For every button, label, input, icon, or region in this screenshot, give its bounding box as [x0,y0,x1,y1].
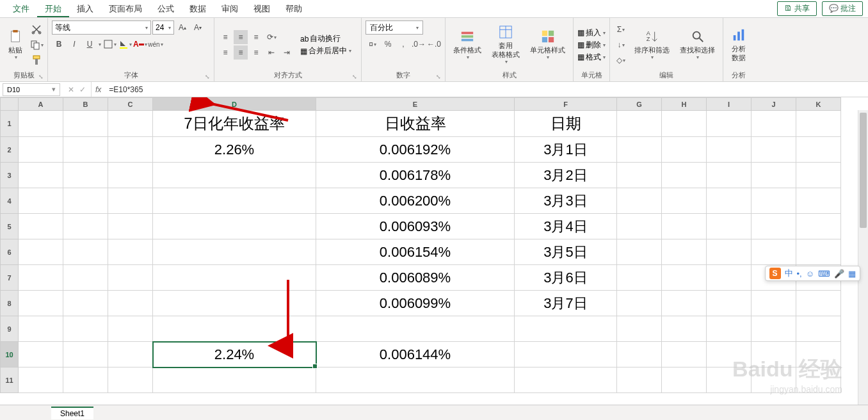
cell-J11[interactable] [751,368,796,393]
cell-K6[interactable] [796,239,841,265]
cell-A8[interactable] [19,291,63,316]
cell-A7[interactable] [19,265,63,291]
number-format-select[interactable]: 百分比▾ [366,20,423,35]
cell-A5[interactable] [19,214,63,239]
tab-review[interactable]: 审阅 [214,1,246,17]
col-header-C[interactable]: C [108,98,153,111]
cell-E3[interactable]: 0.006178% [316,163,515,188]
increase-decimal-button[interactable]: .0→ [412,37,426,51]
cell-B4[interactable] [63,188,108,214]
cell-H4[interactable] [662,188,707,214]
row-header-5[interactable]: 5 [1,214,19,239]
cell-I7[interactable] [707,265,751,291]
border-button[interactable]: ▾ [102,37,117,51]
cell-F11[interactable] [515,368,617,393]
cell-F8[interactable]: 3月7日 [515,291,617,316]
ime-menu-icon[interactable]: ▦ [848,269,856,279]
cell-A3[interactable] [19,163,63,188]
clipboard-launcher-icon[interactable]: ⤡ [38,74,44,80]
cell-F10[interactable] [515,342,617,368]
cell-B6[interactable] [63,239,108,265]
underline-button[interactable]: U [83,37,97,51]
increase-font-button[interactable]: A▴ [175,20,189,35]
cell-I11[interactable] [707,368,751,393]
row-header-7[interactable]: 7 [1,265,19,291]
row-header-9[interactable]: 9 [1,316,19,342]
cell-D1[interactable]: 7日化年收益率 [153,111,316,137]
cell-J1[interactable] [751,111,796,137]
cell-K11[interactable] [796,368,841,393]
row-header-2[interactable]: 2 [1,137,19,163]
confirm-formula-icon[interactable]: ✓ [79,85,86,94]
cell-F3[interactable]: 3月2日 [515,163,617,188]
merge-center-button[interactable]: ▦ 合并后居中▾ [300,45,351,56]
font-launcher-icon[interactable]: ⤡ [205,74,210,80]
cell-B5[interactable] [63,214,108,239]
col-header-A[interactable]: A [19,98,63,111]
formula-input[interactable]: =E10*365 [105,82,868,97]
cell-D5[interactable] [153,214,316,239]
cell-G10[interactable] [617,342,662,368]
cell-I1[interactable] [707,111,751,137]
cell-J9[interactable] [751,316,796,342]
cell-B7[interactable] [63,265,108,291]
ime-mode[interactable]: 中 [785,268,793,279]
ime-mic-icon[interactable]: 🎤 [834,269,844,279]
cell-G2[interactable] [617,137,662,163]
align-middle-button[interactable]: ≡ [234,30,248,44]
cell-K5[interactable] [796,214,841,239]
row-header-8[interactable]: 8 [1,291,19,316]
cell-D7[interactable] [153,265,316,291]
cell-K9[interactable] [796,316,841,342]
ime-emoji-icon[interactable]: ☺ [806,269,814,279]
name-box[interactable]: D10▾ [3,83,60,96]
italic-button[interactable]: I [67,37,81,51]
cell-A10[interactable] [19,342,63,368]
cell-E10[interactable]: 0.006144% [316,342,515,368]
col-header-J[interactable]: J [751,98,796,111]
cell-K10[interactable] [796,342,841,368]
row-header-10[interactable]: 10 [1,342,19,368]
align-left-button[interactable]: ≡ [218,45,232,60]
align-bottom-button[interactable]: ≡ [249,30,263,44]
cell-B8[interactable] [63,291,108,316]
format-cells-button[interactable]: ▦ 格式▾ [577,52,606,63]
cell-E6[interactable]: 0.006154% [316,239,515,265]
select-all-corner[interactable] [1,98,19,111]
cell-J5[interactable] [751,214,796,239]
cell-E1[interactable]: 日收益率 [316,111,515,137]
vertical-scrollbar[interactable] [858,110,868,420]
cell-F7[interactable]: 3月6日 [515,265,617,291]
cell-F9[interactable] [515,316,617,342]
cell-J10[interactable] [751,342,796,368]
analyze-data-button[interactable]: 分析 数据 [727,26,750,64]
wrap-text-button[interactable]: ab 自动换行 [300,33,351,44]
cell-C5[interactable] [108,214,153,239]
cell-J3[interactable] [751,163,796,188]
insert-cells-button[interactable]: ▦ 插入▾ [577,28,606,38]
cell-I3[interactable] [707,163,751,188]
cell-G6[interactable] [617,239,662,265]
cell-K3[interactable] [796,163,841,188]
decrease-font-button[interactable]: A▾ [191,20,205,35]
cell-G8[interactable] [617,291,662,316]
cell-H1[interactable] [662,111,707,137]
align-top-button[interactable]: ≡ [218,30,232,44]
cell-H7[interactable] [662,265,707,291]
cell-I8[interactable] [707,291,751,316]
fill-button[interactable]: ↓▾ [614,38,628,52]
comma-button[interactable]: , [396,37,410,51]
paste-button[interactable]: 粘贴▾ [4,28,27,63]
col-header-F[interactable]: F [515,98,617,111]
col-header-G[interactable]: G [617,98,662,111]
find-select-button[interactable]: 查找和选择▾ [676,28,719,63]
cell-H5[interactable] [662,214,707,239]
cell-C6[interactable] [108,239,153,265]
cancel-formula-icon[interactable]: ✕ [68,85,74,94]
cell-A9[interactable] [19,316,63,342]
ime-toolbar[interactable]: S 中 •, ☺ ⌨ 🎤 ▦ [765,266,860,281]
indent-inc-button[interactable]: ⇥ [280,45,294,60]
row-header-6[interactable]: 6 [1,239,19,265]
cell-G11[interactable] [617,368,662,393]
row-header-4[interactable]: 4 [1,188,19,214]
